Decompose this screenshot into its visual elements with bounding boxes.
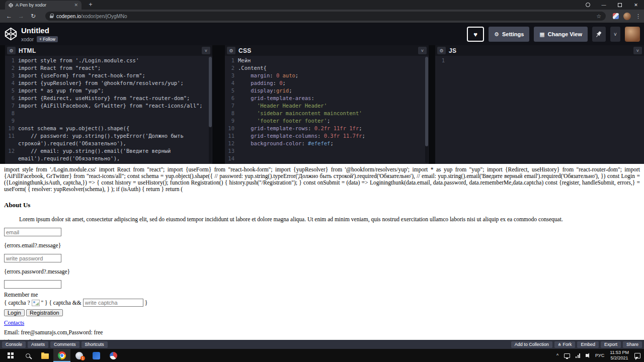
editor-label: HTML (19, 47, 36, 54)
code-line-text: 'Header Header Header' (238, 102, 429, 110)
remember-me-input[interactable] (4, 280, 61, 289)
code-area[interactable]: 1 (435, 56, 644, 164)
extension-icon[interactable] (613, 13, 619, 19)
captcha-text-suffix: } (145, 300, 148, 306)
editor-settings-icon[interactable]: ⚙ (227, 47, 235, 54)
grid-view-icon: ▦ (539, 31, 544, 38)
action-center-icon[interactable] (634, 353, 640, 358)
code-line-text: grid-template-rows: 0.2fr 11fr 1fr; (238, 125, 429, 132)
codepen-logo-icon[interactable] (4, 27, 18, 41)
share-button[interactable]: Share (623, 341, 642, 348)
export-button[interactable]: Export (601, 341, 621, 348)
password-input[interactable] (4, 254, 61, 262)
registration-button[interactable]: Registration (26, 309, 63, 316)
pin-dropdown-button[interactable]: ˅ (610, 27, 620, 42)
pen-title: Untitled (21, 26, 49, 35)
reload-icon[interactable]: ↻ (27, 13, 39, 20)
display-icon[interactable] (564, 353, 570, 358)
taskbar-app-notification-button[interactable]: 1 (70, 349, 88, 362)
address-bar[interactable]: codepen.io/xodor/pen/jOygMNo ☆ (45, 12, 606, 21)
editor-scrollbar[interactable] (425, 57, 428, 163)
start-button[interactable] (2, 349, 19, 362)
network-icon[interactable] (576, 353, 580, 358)
code-line-text: margin: 0 auto; (238, 72, 429, 79)
code-line-text (238, 147, 429, 155)
line-number: 14 (225, 155, 238, 162)
window-controls: — ✕ (580, 0, 644, 10)
editor-collapse-icon[interactable]: ˅ (202, 47, 210, 54)
taskbar-chrome-button[interactable] (53, 349, 70, 362)
password-error-text: {errors.password?.message} (4, 268, 640, 275)
line-number: 10 (225, 125, 238, 132)
taskbar-search-button[interactable] (19, 349, 36, 362)
code-line: 9 (5, 117, 212, 125)
maximize-button[interactable] (612, 0, 628, 10)
browser-tab[interactable]: A Pen by xodor ✕ (5, 1, 82, 10)
shortcuts-button[interactable]: Shortcuts (82, 341, 108, 348)
browser-tabstrip: A Pen by xodor ✕ + — ✕ (0, 0, 644, 10)
forward-icon[interactable]: → (15, 13, 27, 20)
love-button[interactable]: ♥ (467, 27, 484, 42)
settings-button[interactable]: ⚙Settings (489, 27, 529, 42)
tray-expand-icon[interactable]: ^ (556, 353, 558, 358)
pin-button[interactable] (592, 27, 606, 42)
button-label: Shortcuts (85, 342, 104, 347)
minimize-button[interactable]: — (596, 0, 612, 10)
console-button[interactable]: Console (2, 341, 26, 348)
editor-label: JS (449, 47, 456, 54)
code-area[interactable]: 1Мейн2.Content{3 margin: 0 auto;4 paddin… (225, 56, 429, 164)
browser-toolbar: ← → ↻ codepen.io/xodor/pen/jOygMNo ☆ ⋮ (0, 10, 644, 23)
tab-close-icon[interactable]: ✕ (74, 3, 78, 8)
editor-collapse-icon[interactable]: ˅ (633, 47, 642, 54)
email-input[interactable] (4, 228, 61, 236)
code-line-text (18, 117, 212, 125)
editor-settings-icon[interactable]: ⚙ (7, 47, 16, 54)
line-number: 10 (5, 125, 18, 132)
editor-settings-icon[interactable]: ⚙ (437, 47, 446, 54)
pen-header-actions: ♥ ⚙Settings ▦Change View ˅ (467, 27, 640, 42)
contacts-link[interactable]: Contacts (4, 320, 24, 326)
code-line-text (18, 110, 212, 117)
add-to-collection-button[interactable]: Add to Collection (511, 341, 552, 348)
embed-button[interactable]: Embed (577, 341, 599, 348)
code-area[interactable]: 1import style from './Login.module.css'2… (5, 56, 212, 164)
code-line-text: import {yupResolver} from '@hookform/res… (18, 79, 212, 87)
follow-button[interactable]: + Follow (37, 36, 58, 42)
taskbar: 1 ^ РУС 11:53 PM 5/2/2021 (0, 349, 644, 362)
line-number: 4 (225, 79, 238, 87)
bookmark-star-icon[interactable]: ☆ (596, 13, 601, 20)
speaker-icon[interactable] (586, 354, 588, 357)
code-line-text: // password: yup.string().typeError('Дол… (18, 132, 212, 147)
line-number: 12 (225, 140, 238, 147)
profile-avatar[interactable] (625, 27, 640, 42)
comments-button[interactable]: Comments (50, 341, 79, 348)
change-view-button[interactable]: ▦Change View (534, 27, 588, 42)
editor-collapse-icon[interactable]: ˅ (418, 47, 427, 54)
back-icon[interactable]: ← (3, 13, 15, 20)
line-number: 13 (225, 147, 238, 155)
time-text: 11:53 PM (610, 350, 629, 355)
login-button[interactable]: Login (4, 309, 25, 316)
clock[interactable]: 11:53 PM 5/2/2021 (610, 350, 629, 361)
pen-author[interactable]: xodor (21, 37, 34, 42)
titlebar-circle-icon[interactable] (580, 0, 596, 10)
app-blue-icon (93, 352, 100, 359)
taskbar-app-red-button[interactable] (105, 349, 122, 362)
code-line: 11 // password: yup.string().typeError('… (5, 132, 212, 147)
browser-profile-avatar[interactable] (623, 13, 631, 20)
fork-button[interactable]: ⋔Fork (554, 341, 576, 348)
assets-button[interactable]: Assets (28, 341, 48, 348)
editor-header: ⚙ CSS ˅ (225, 45, 429, 56)
captcha-input[interactable] (83, 299, 143, 307)
close-button[interactable]: ✕ (628, 0, 644, 10)
browser-menu-icon[interactable]: ⋮ (635, 13, 641, 20)
line-number: 5 (225, 87, 238, 95)
language-indicator[interactable]: РУС (595, 353, 604, 358)
gear-icon: ⚙ (494, 31, 499, 38)
taskbar-app-blue-button[interactable] (88, 349, 105, 362)
fork-icon: ⋔ (558, 342, 561, 347)
editor-scrollbar[interactable] (209, 57, 212, 163)
taskbar-explorer-button[interactable] (36, 349, 53, 362)
line-number: 2 (5, 64, 18, 72)
new-tab-button[interactable]: + (87, 1, 95, 8)
